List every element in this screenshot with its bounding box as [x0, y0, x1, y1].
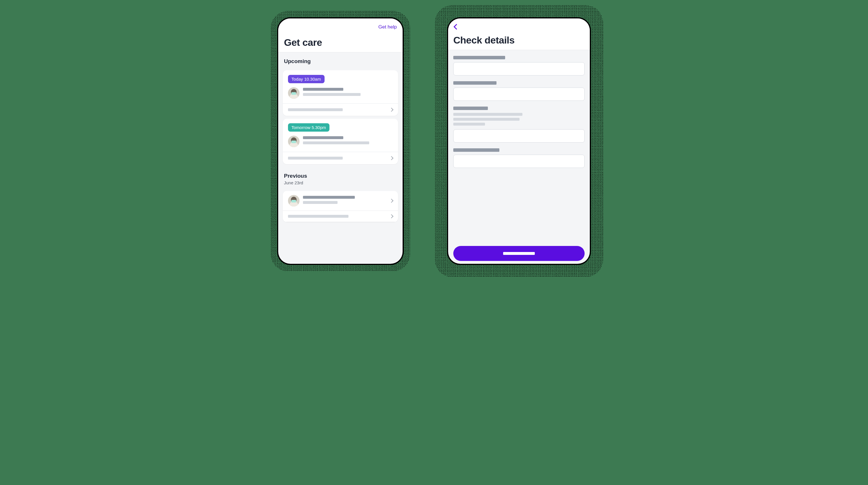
section-title: Upcoming	[284, 58, 397, 64]
action-placeholder-text	[288, 108, 343, 111]
form-field-block	[453, 81, 585, 101]
screen: Get help Get care Upcoming Today 10.30am	[278, 19, 403, 264]
chevron-right-icon	[390, 214, 393, 218]
time-badge: Tomorrow 5.30pm	[288, 123, 330, 132]
chevron-right-icon	[390, 199, 393, 203]
description-placeholder-line	[453, 123, 485, 126]
field-label-placeholder	[453, 148, 499, 152]
top-bar: Check details	[448, 19, 590, 50]
previous-row[interactable]	[283, 211, 398, 222]
section-header-upcoming: Upcoming	[278, 53, 403, 67]
previous-row[interactable]	[283, 191, 398, 211]
chevron-right-icon	[390, 156, 393, 160]
description-placeholder-line	[453, 118, 520, 121]
page-title: Check details	[453, 32, 585, 50]
section-title: Previous	[284, 173, 397, 179]
form-field-block	[453, 148, 585, 168]
action-placeholder-text	[288, 157, 343, 159]
text-input[interactable]	[453, 88, 585, 101]
appointment-card[interactable]: Today 10.30am	[283, 70, 398, 116]
submit-button[interactable]	[453, 246, 585, 261]
chevron-right-icon	[390, 108, 393, 112]
content-scroll[interactable]: Upcoming Today 10.30am	[278, 53, 403, 264]
phone-body: Get help Get care Upcoming Today 10.30am	[277, 17, 404, 265]
phone-mock-check-details: Check details	[447, 17, 591, 265]
provider-avatar	[288, 195, 300, 207]
appointment-card[interactable]: Tomorrow 5.30pm	[283, 119, 398, 164]
section-date: June 23rd	[284, 180, 397, 185]
section-header-previous: Previous June 23rd	[278, 167, 403, 188]
previous-visit-card[interactable]	[283, 191, 398, 222]
field-label-placeholder	[453, 81, 496, 85]
top-bar: Get help Get care	[278, 19, 403, 53]
screen: Check details	[448, 19, 590, 264]
time-badge: Today 10.30am	[288, 75, 324, 83]
phone-body: Check details	[447, 17, 591, 265]
field-label-placeholder	[453, 56, 505, 59]
provider-placeholder-text	[303, 135, 393, 147]
provider-placeholder-text	[303, 87, 393, 98]
phone-mock-get-care: Get help Get care Upcoming Today 10.30am	[277, 17, 404, 265]
get-help-link[interactable]: Get help	[378, 24, 397, 30]
field-label-placeholder	[453, 107, 488, 110]
back-icon[interactable]	[454, 24, 459, 30]
text-input[interactable]	[453, 62, 585, 75]
page-title: Get care	[284, 30, 397, 52]
button-label-placeholder	[503, 252, 535, 255]
form-field-block	[453, 56, 585, 75]
row-placeholder-text	[288, 215, 348, 218]
provider-avatar	[288, 87, 300, 99]
text-input[interactable]	[453, 129, 585, 143]
form-area	[448, 50, 590, 264]
text-input[interactable]	[453, 155, 585, 168]
card-action-row[interactable]	[283, 104, 398, 116]
form-description-block	[453, 107, 585, 143]
description-placeholder-line	[453, 113, 522, 116]
card-action-row[interactable]	[283, 152, 398, 164]
provider-avatar	[288, 135, 300, 147]
provider-placeholder-text	[303, 195, 390, 206]
